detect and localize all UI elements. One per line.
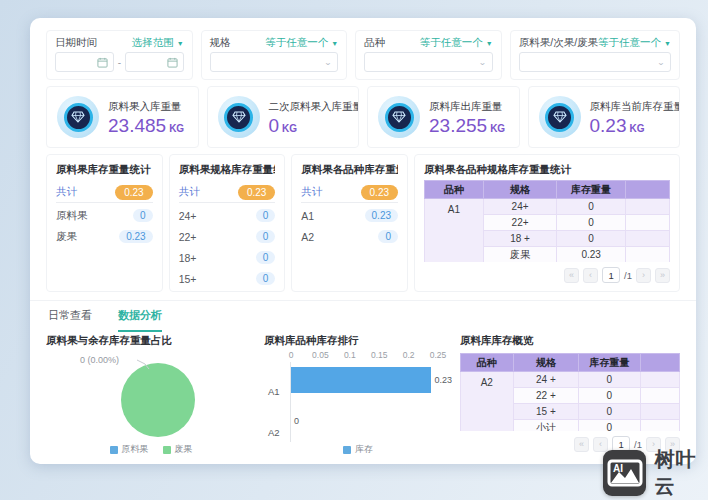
kpi-card-secondary-inbound: 二次原料果入库重量 0KG <box>207 86 360 148</box>
filter-operator-label: 选择范围 <box>132 36 174 50</box>
calendar-icon <box>97 57 108 68</box>
value-pill: 0.23 <box>119 230 152 243</box>
x-axis-tick: 0.25 <box>430 350 447 360</box>
kpi-unit: KG <box>629 123 644 134</box>
filter-fruit-type: 原料果/次果/废果 等于任意一个 ▼ ⌄ <box>510 30 680 80</box>
last-page-button[interactable]: » <box>655 268 670 283</box>
kpi-row: 原料果入库重量 23.485KG 二次原料果入库重量 0KG 原料库出库重量 <box>46 86 680 148</box>
spec-select[interactable]: ⌄ <box>210 52 339 72</box>
col-spec: 规格 <box>513 354 579 372</box>
chevron-down-icon: ⌄ <box>657 58 665 67</box>
stat-total-row: 共计 0.23 <box>56 182 153 203</box>
stat-panel-stock-by-spec: 原料果规格库存重量统计 共计 0.23 24+0 22+0 18+0 15+0 <box>169 154 286 292</box>
legend-swatch-blue <box>343 446 351 454</box>
first-page-button[interactable]: « <box>574 437 589 452</box>
chart-title: 原料果与余存库存重量占比 <box>46 334 256 348</box>
kpi-unit: KG <box>490 123 505 134</box>
variety-select[interactable]: ⌄ <box>364 52 493 72</box>
image-logo-icon: AI <box>603 450 646 496</box>
chart-title: 原料库品种库存排行 <box>264 334 452 348</box>
legend-item[interactable]: 原料果 <box>110 443 149 456</box>
kpi-value: 0KG <box>269 116 360 135</box>
filter-operator-dropdown[interactable]: 等于任意一个 ▼ <box>598 36 671 50</box>
diamond-badge-icon <box>378 96 420 138</box>
total-badge: 0.23 <box>238 185 275 200</box>
total-label: 共计 <box>301 185 322 199</box>
panel-title: 原料果各品种规格库存重量统计 <box>424 163 670 175</box>
dashboard-panel: 日期时间 选择范围 ▼ - <box>30 18 696 464</box>
row-label: 废果 <box>56 230 77 244</box>
kpi-title: 原料果入库重量 <box>108 100 184 114</box>
stats-row: 原料果库存重量统计 共计 0.23 原料果 0 废果 0.23 原料果规格库存重… <box>46 154 680 292</box>
kpi-card-current-stock: 原料库当前库存重量 0.23KG <box>528 86 681 148</box>
filter-date-range: 日期时间 选择范围 ▼ - <box>46 30 193 80</box>
panel-title: 原料果库存重量统计 <box>56 163 153 177</box>
stat-row: 24+0 <box>179 205 276 226</box>
stat-total-row: 共计 0.23 <box>179 182 276 203</box>
value-pill: 0 <box>256 209 276 222</box>
diamond-badge-icon <box>539 96 581 138</box>
filter-label: 规格 <box>210 36 231 50</box>
fruit-type-select[interactable]: ⌄ <box>519 52 671 72</box>
kpi-unit: KG <box>169 123 184 134</box>
watermark-brand-text: 树叶云 <box>654 446 708 500</box>
stat-row: A20 <box>301 226 398 247</box>
panel-title: 原料果规格库存重量统计 <box>179 163 276 177</box>
current-page-input[interactable]: 1 <box>602 267 620 283</box>
date-range-separator: - <box>118 57 121 68</box>
watermark-logo-text: AI <box>613 463 623 474</box>
value-pill: 0 <box>256 272 276 285</box>
variety-spec-table-panel: 原料果各品种规格库存重量统计 品种 规格 库存重量 A124+0 22+0 18… <box>414 154 680 292</box>
stat-row: 废果 0.23 <box>56 226 153 247</box>
total-label: 共计 <box>56 185 77 199</box>
legend-item[interactable]: 废果 <box>163 443 193 456</box>
filter-variety: 品种 等于任意一个 ▼ ⌄ <box>355 30 502 80</box>
stat-row: 18+0 <box>179 247 276 268</box>
tab-data-analysis[interactable]: 数据分析 <box>118 301 162 332</box>
col-weight: 库存重量 <box>557 181 626 199</box>
kpi-title: 二次原料果入库重量 <box>269 100 360 114</box>
legend-item[interactable]: 库存 <box>343 443 373 456</box>
value-pill: 0 <box>256 230 276 243</box>
filter-operator-label: 等于任意一个 <box>598 36 661 50</box>
charts-row: 原料果与余存库存重量占比 0 (0.00%) 原料果 废果 原料库品种库存排行 … <box>46 334 680 460</box>
col-weight: 库存重量 <box>579 354 640 372</box>
table-header-row: 品种 规格 库存重量 <box>425 181 670 199</box>
bar-chart[interactable]: 0 0.05 0.1 0.15 0.2 0.25 0.23 0 A1 A2 <box>290 362 438 442</box>
filter-operator-label: 等于任意一个 <box>420 36 483 50</box>
filter-operator-dropdown[interactable]: 等于任意一个 ▼ <box>420 36 493 50</box>
table-scroll-area[interactable]: 品种 规格 库存重量 A224 +0 22 +0 15 +0 小计0 <box>460 353 680 431</box>
col-blank <box>640 354 679 372</box>
caret-down-icon: ▼ <box>486 40 493 47</box>
x-axis-tick: 0.2 <box>403 350 415 360</box>
tab-bar: 日常查看 数据分析 <box>30 300 696 332</box>
next-page-button[interactable]: › <box>636 268 651 283</box>
first-page-button[interactable]: « <box>564 268 579 283</box>
date-start-input[interactable] <box>55 52 114 72</box>
x-axis-tick: 0.05 <box>312 350 329 360</box>
caret-down-icon: ▼ <box>331 40 338 47</box>
watermark: AI 树叶云 <box>603 446 708 500</box>
row-label: A2 <box>301 231 314 243</box>
date-end-input[interactable] <box>125 52 184 72</box>
tab-daily-view[interactable]: 日常查看 <box>48 301 92 332</box>
value-pill: 0 <box>378 230 398 243</box>
x-axis-tick: 0 <box>289 350 294 360</box>
diamond-badge-icon <box>57 96 99 138</box>
bar-a1[interactable] <box>291 367 431 393</box>
table-scroll-area[interactable]: 品种 规格 库存重量 A124+0 22+0 18 +0 废果0.23 15+0 <box>424 180 670 262</box>
pie-chart[interactable]: 0 (0.00%) <box>46 348 256 442</box>
bar-chart-panel: 原料库品种库存排行 0 0.05 0.1 0.15 0.2 0.25 0.23 … <box>264 334 452 460</box>
kpi-title: 原料库当前库存重量 <box>590 100 681 114</box>
bar-value-label: 0.23 <box>434 375 452 385</box>
kpi-title: 原料库出库重量 <box>429 100 505 114</box>
y-axis-category: A1 <box>268 386 280 397</box>
prev-page-button[interactable]: ‹ <box>583 268 598 283</box>
value-pill: 0.23 <box>365 209 398 222</box>
diamond-badge-icon <box>218 96 260 138</box>
filter-operator-dropdown[interactable]: 选择范围 ▼ <box>132 36 184 50</box>
col-spec: 规格 <box>483 181 557 199</box>
caret-down-icon: ▼ <box>177 40 184 47</box>
legend-swatch-blue <box>110 446 118 454</box>
filter-operator-dropdown[interactable]: 等于任意一个 ▼ <box>265 36 338 50</box>
